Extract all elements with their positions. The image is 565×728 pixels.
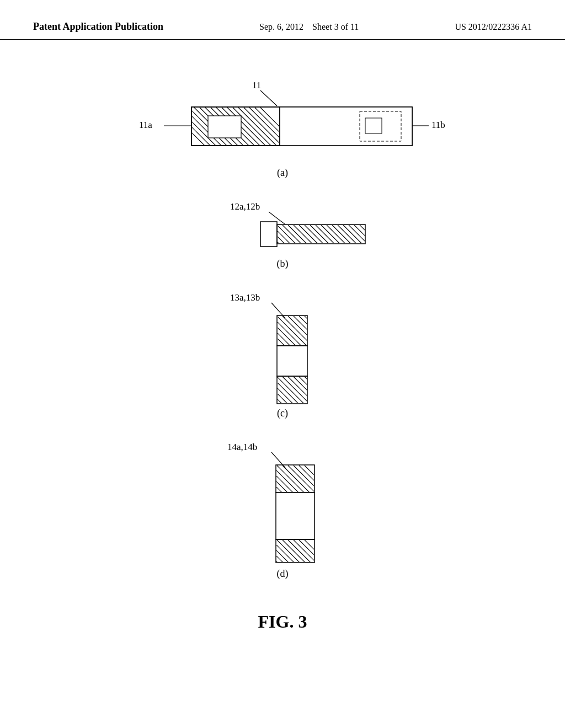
svg-line-77	[277, 377, 327, 406]
svg-line-36	[266, 225, 376, 255]
patent-number-label: US 2012/0222336 A1	[455, 20, 532, 32]
svg-line-48	[332, 225, 420, 255]
svg-rect-99	[276, 493, 315, 539]
figure-a-section: 11 11a 11b	[33, 56, 532, 179]
svg-line-76	[271, 377, 321, 406]
fig-d-svg: 14a,14b	[200, 440, 365, 567]
svg-line-40	[288, 225, 398, 255]
fig-b-label: (b)	[277, 258, 289, 270]
svg-line-49	[338, 225, 420, 255]
svg-rect-100	[276, 539, 315, 563]
svg-line-69	[305, 316, 354, 366]
svg-line-46	[321, 225, 420, 255]
fig-a-svg: 11 11a 11b	[89, 78, 476, 164]
svg-line-75	[266, 377, 316, 406]
svg-line-79	[288, 377, 338, 406]
svg-text:11b: 11b	[431, 120, 445, 130]
fig-d-label: (d)	[277, 568, 289, 580]
svg-line-53	[360, 225, 420, 255]
svg-line-38	[277, 225, 387, 255]
svg-line-54	[365, 225, 420, 255]
svg-line-50	[343, 225, 420, 255]
svg-text:11: 11	[252, 80, 261, 90]
fig-c-svg: 13a,13b	[200, 291, 365, 406]
fig-c-label: (c)	[277, 408, 288, 419]
figure-c-section: 13a,13b	[33, 285, 532, 419]
date-sheet-label: Sep. 6, 2012 Sheet 3 of 11	[259, 20, 359, 32]
svg-text:13a,13b: 13a,13b	[230, 292, 260, 303]
svg-line-85	[271, 452, 285, 468]
svg-rect-86	[276, 465, 315, 493]
svg-line-58	[271, 303, 285, 318]
fig-a-label: (a)	[277, 167, 288, 179]
svg-rect-71	[277, 346, 307, 376]
sheet-label: Sheet 3 of 11	[312, 22, 359, 31]
svg-line-47	[327, 225, 420, 255]
figure-title: FIG. 3	[258, 612, 307, 632]
svg-line-41	[294, 225, 404, 255]
svg-line-81	[299, 377, 349, 406]
svg-rect-27	[208, 116, 241, 138]
page-header: Patent Application Publication Sep. 6, 2…	[0, 0, 565, 40]
svg-line-43	[305, 225, 415, 255]
svg-text:11a: 11a	[139, 120, 152, 130]
figure-d-section: 14a,14b	[33, 435, 532, 580]
svg-line-1	[260, 90, 277, 106]
svg-line-51	[349, 225, 420, 255]
svg-line-82	[305, 377, 354, 406]
svg-rect-30	[365, 118, 382, 133]
publication-label: Patent Application Publication	[33, 20, 163, 34]
svg-line-80	[294, 377, 343, 406]
svg-rect-33	[260, 222, 277, 247]
svg-text:12a,12b: 12a,12b	[230, 201, 260, 212]
figure-b-section: 12a,12b	[33, 194, 532, 270]
date-label: Sep. 6, 2012	[259, 22, 303, 31]
fig-b-svg: 12a,12b	[145, 200, 420, 255]
main-content: 11 11a 11b	[0, 40, 565, 649]
svg-line-42	[299, 225, 409, 255]
svg-line-39	[282, 225, 393, 255]
svg-text:14a,14b: 14a,14b	[227, 442, 257, 452]
